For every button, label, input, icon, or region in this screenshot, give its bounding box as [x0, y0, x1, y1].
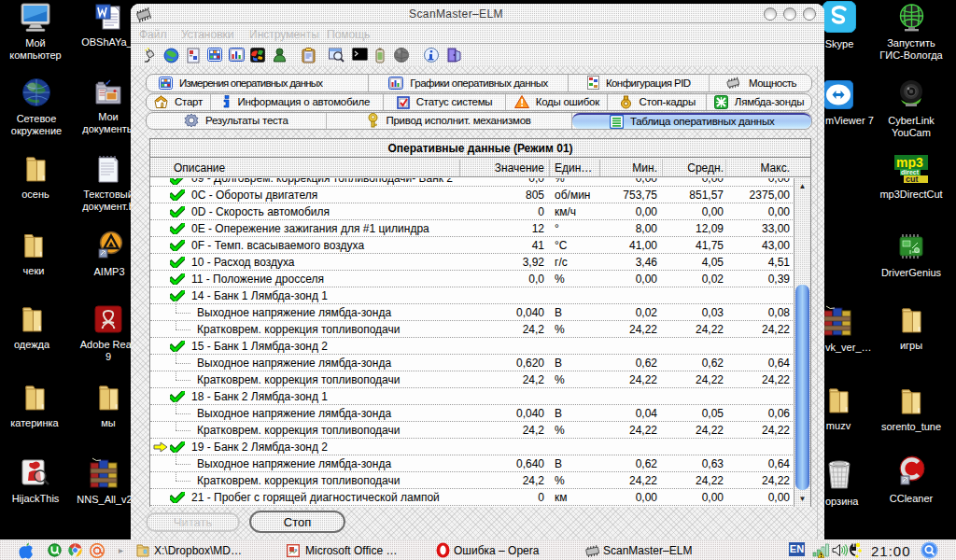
svg-text:mp3: mp3	[896, 155, 923, 170]
svg-text:cut: cut	[906, 175, 919, 183]
